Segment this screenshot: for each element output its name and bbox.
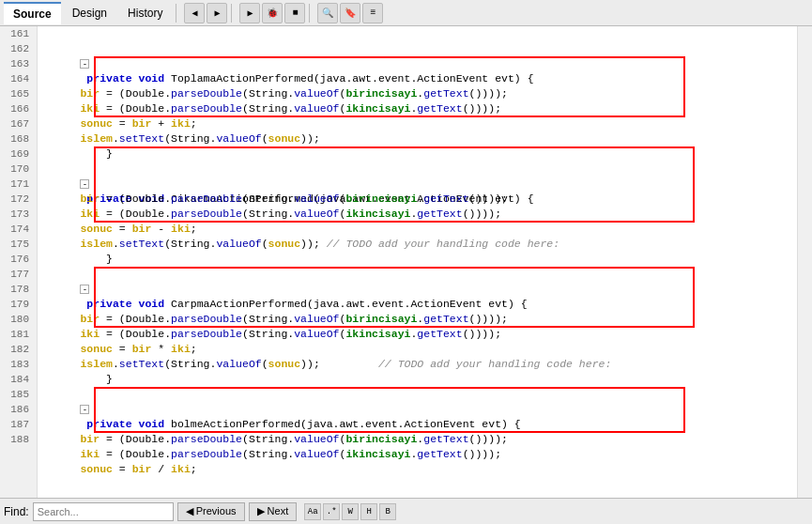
forward-icon[interactable]: ▶ [207, 3, 227, 23]
code-line-183: } [38, 357, 797, 372]
code-line-162 [38, 41, 797, 56]
toolbar-icon-group-3: 🔍 🔖 ≡ [317, 3, 383, 23]
code-line-165: sonuc = bir + iki; [38, 86, 797, 101]
toolbar-sep-2 [309, 4, 310, 23]
find-label: Find: [4, 505, 29, 518]
code-line-168: } [38, 131, 797, 146]
line-176: 176 [4, 252, 33, 267]
code-line-177 [38, 267, 797, 282]
code-line-176: - private void CarpmaActionPerformed(jav… [38, 252, 797, 267]
back-icon[interactable]: ◀ [184, 3, 205, 23]
line-186: 186 [4, 402, 33, 417]
bookmark-icon[interactable]: 🔖 [340, 3, 360, 23]
code-line-178: bir = (Double.parseDouble(String.valueOf… [38, 282, 797, 297]
code-line-166: islem.setText(String.valueOf(sonuc)); [38, 101, 797, 116]
next-button[interactable]: ▶ Next [249, 502, 298, 521]
line-166: 166 [4, 101, 33, 116]
code-line-186: bir = (Double.parseDouble(String.valueOf… [38, 402, 797, 417]
code-line-169: - private void CikarmaActionPerformed(ja… [38, 146, 797, 162]
code-line-180: sonuc = bir * iki; [38, 312, 797, 327]
code-line-172: sonuc = bir - iki; [38, 192, 797, 207]
line-185: 185 [4, 387, 33, 402]
toolbar-divider-1 [176, 4, 176, 23]
line-175: 175 [4, 237, 33, 252]
format-icon[interactable]: ≡ [362, 3, 383, 23]
regex-icon[interactable]: .* [323, 503, 340, 520]
code-line-163: bir = (Double.parseDouble(String.valueOf… [38, 56, 797, 71]
run-icon[interactable]: ▶ [239, 3, 260, 23]
line-numbers: 161 162 163 164 165 166 167 168 169 170 … [0, 26, 38, 498]
line-173: 173 [4, 207, 33, 222]
line-172: 172 [4, 192, 33, 207]
find-input[interactable] [33, 502, 174, 521]
code-line-167 [38, 116, 797, 131]
line-187: 187 [4, 417, 33, 432]
code-line-174 [38, 222, 797, 237]
code-area: 161 162 163 164 165 166 167 168 169 170 … [0, 26, 812, 498]
search-icon[interactable]: 🔍 [317, 3, 338, 23]
line-169: 169 [4, 146, 33, 162]
line-162: 162 [4, 41, 33, 56]
whole-word-icon[interactable]: W [342, 503, 359, 520]
line-182: 182 [4, 342, 33, 357]
stop-icon[interactable]: ■ [284, 3, 305, 23]
debug-icon[interactable]: 🐞 [262, 3, 283, 23]
code-line-187: iki = (Double.parseDouble(String.valueOf… [38, 417, 797, 432]
code-content[interactable]: - private void ToplamaActionPerformed(ja… [38, 26, 797, 498]
code-line-182 [38, 342, 797, 357]
bottom-bar: Find: ◀ Previous ▶ Next Aa .* W H B [0, 498, 812, 524]
tab-source[interactable]: Source [4, 2, 61, 24]
code-line-181: islem.setText(String.valueOf(sonuc)); //… [38, 327, 797, 342]
line-177: 177 [4, 267, 33, 282]
line-180: 180 [4, 312, 33, 327]
prev-button[interactable]: ◀ Previous [177, 502, 245, 521]
code-line-173: islem.setText(String.valueOf(sonuc)); //… [38, 207, 797, 222]
code-line-188: sonuc = bir / iki; [38, 432, 797, 447]
code-line-184: - private void bolmeActionPerformed(java… [38, 372, 797, 387]
line-170: 170 [4, 162, 33, 177]
line-164: 164 [4, 71, 33, 86]
line-178: 178 [4, 282, 33, 297]
find-icon-group: Aa .* W H B [304, 503, 396, 520]
line-163: 163 [4, 56, 33, 71]
bookmark-results-icon[interactable]: B [379, 503, 396, 520]
line-183: 183 [4, 357, 33, 372]
toolbar-icon-group-1: ◀ ▶ [184, 3, 227, 23]
toolbar-sep-1 [231, 4, 232, 23]
line-179: 179 [4, 297, 33, 312]
line-168: 168 [4, 131, 33, 146]
line-174: 174 [4, 222, 33, 237]
right-scrollbar[interactable] [797, 26, 812, 498]
line-188: 188 [4, 432, 33, 447]
match-case-icon[interactable]: Aa [304, 503, 321, 520]
toolbar: Source Design History ◀ ▶ ▶ 🐞 ■ 🔍 🔖 ≡ [0, 0, 812, 26]
code-line-170: bir = (Double.parseDouble(String.valueOf… [38, 162, 797, 177]
line-184: 184 [4, 372, 33, 387]
line-161: 161 [4, 26, 33, 41]
tab-history[interactable]: History [118, 3, 172, 23]
line-171: 171 [4, 177, 33, 192]
code-line-175: } [38, 237, 797, 252]
highlight-icon[interactable]: H [360, 503, 377, 520]
code-line-171: iki = (Double.parseDouble(String.valueOf… [38, 177, 797, 192]
code-line-164: iki = (Double.parseDouble(String.valueOf… [38, 71, 797, 86]
toolbar-icon-group-2: ▶ 🐞 ■ [239, 3, 305, 23]
tab-design[interactable]: Design [63, 3, 116, 23]
code-line-179: iki = (Double.parseDouble(String.valueOf… [38, 297, 797, 312]
code-line-161: - private void ToplamaActionPerformed(ja… [38, 26, 797, 41]
line-165: 165 [4, 86, 33, 101]
line-181: 181 [4, 327, 33, 342]
code-line-185 [38, 387, 797, 402]
line-167: 167 [4, 116, 33, 131]
